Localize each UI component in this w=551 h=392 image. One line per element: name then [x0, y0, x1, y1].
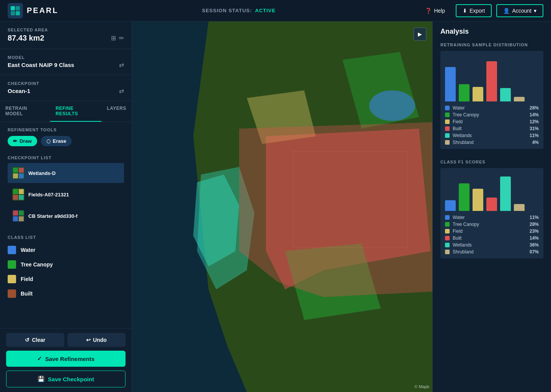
legend-pct-field: 12% [530, 119, 539, 124]
class-item-built[interactable]: Built [8, 286, 124, 301]
map-area[interactable]: ▶ © Mapb [132, 21, 432, 392]
f1-title: CLASS F1 SCORES [440, 160, 543, 164]
checkpoint-label: CHECKPOINT [8, 81, 124, 86]
f1-legend-dot-field [445, 229, 450, 234]
export-icon: ⬇ [463, 8, 467, 14]
f1-legend-pct-shrubland: 07% [530, 249, 539, 255]
retraining-title: RETRAINING SAMPLE DISTRIBUTION [440, 42, 543, 47]
tab-retrain-model[interactable]: RETRAIN MODEL [0, 101, 50, 122]
checkpoint-item-cb-starter[interactable]: CB Starter a9dd330-f [8, 206, 124, 226]
draw-icon: ✏ [13, 138, 17, 144]
legend-label-built: Built [453, 126, 461, 131]
area-bookmark-icon[interactable]: ⊞ [111, 34, 116, 42]
bar-field-f1 [473, 189, 483, 211]
f1-legend-item-wetlands: Wetlands 36% [445, 242, 539, 248]
model-value-row: East Coast NAIP 9 Class ⇄ [8, 61, 124, 69]
checkpoint-list-label: CHECKPOINT LIST [8, 155, 124, 160]
checkpoint-swap-icon[interactable]: ⇄ [119, 87, 124, 95]
legend-label-field: Field [453, 119, 463, 124]
svg-rect-5 [13, 168, 18, 173]
tab-bar: RETRAIN MODEL REFINE RESULTS LAYERS [0, 101, 132, 122]
checkpoint-list-section: CHECKPOINT LIST Wetlands-D [0, 152, 132, 231]
legend-dot-shrubland [445, 140, 450, 145]
retraining-section: RETRAINING SAMPLE DISTRIBUTION [433, 39, 551, 156]
tab-refine-results[interactable]: REFINE RESULTS [50, 101, 101, 122]
draw-button[interactable]: ✏ Draw [8, 136, 37, 146]
save-refinements-button[interactable]: ✓ Save Refinements [6, 351, 126, 367]
chevron-down-icon: ▾ [534, 8, 536, 14]
selected-area-value-row: 87.43 km2 ⊞ ✏ [8, 34, 124, 42]
map-toggle-btn[interactable]: ▶ [414, 28, 426, 41]
checkpoint-value: Ocean-1 [8, 88, 30, 94]
svg-rect-8 [19, 173, 24, 178]
export-button[interactable]: ⬇ Export [456, 4, 492, 17]
selected-area-section: SELECTED AREA 87.43 km2 ⊞ ✏ [0, 21, 132, 49]
legend-dot-built [445, 126, 450, 131]
session-status-area: SESSION STATUS: ACTIVE [202, 8, 276, 13]
bar-tree-retraining [459, 84, 469, 101]
undo-button[interactable]: ↩ Undo [67, 333, 126, 347]
legend-dot-tree [445, 113, 450, 117]
f1-legend-item-tree: Tree Canopy 28% [445, 221, 539, 228]
model-swap-icon[interactable]: ⇄ [119, 61, 124, 69]
bar-tree [459, 84, 469, 101]
f1-legend-item-water: Water 11% [445, 214, 539, 221]
session-label: SESSION STATUS: [202, 8, 252, 13]
f1-legend-pct-water: 11% [530, 215, 539, 220]
f1-legend-dot-tree [445, 222, 450, 227]
clear-button[interactable]: ↺ Clear [6, 333, 64, 347]
class-item-water[interactable]: Water [8, 243, 124, 257]
class-color-water [8, 246, 16, 254]
f1-legend-item-field: Field 23% [445, 228, 539, 235]
f1-section: CLASS F1 SCORES [433, 156, 551, 265]
svg-rect-15 [13, 211, 18, 216]
account-button[interactable]: 👤 Account ▾ [496, 4, 543, 17]
help-icon: ❓ [425, 8, 432, 14]
f1-legend-item-built: Built 14% [445, 235, 539, 242]
left-sidebar: SELECTED AREA 87.43 km2 ⊞ ✏ MODEL East C… [0, 21, 132, 392]
f1-legend-dot-water [445, 215, 450, 220]
class-name-water: Water [21, 247, 35, 253]
f1-legend-label-water: Water [453, 215, 465, 220]
f1-legend-dot-shrubland [445, 250, 450, 254]
help-button[interactable]: ❓ Help [419, 5, 451, 16]
save-checkpoint-button[interactable]: 💾 Save Checkpoint [6, 371, 126, 387]
checkpoint-section: CHECKPOINT Ocean-1 ⇄ [0, 75, 132, 101]
legend-item-water: Water 28% [445, 105, 539, 111]
class-item-field[interactable]: Field [8, 272, 124, 286]
f1-legend-dot-wetlands [445, 243, 450, 247]
f1-legend-item-shrubland: Shrubland 07% [445, 248, 539, 255]
svg-rect-13 [19, 195, 24, 200]
checkpoint-item-wetlands-d[interactable]: Wetlands-D [8, 163, 124, 183]
checkpoint-item-fields[interactable]: Fields-A07-21321 [8, 185, 124, 204]
legend-item-shrubland: Shrubland 4% [445, 139, 539, 146]
bar-built [486, 61, 497, 101]
f1-bars [445, 173, 539, 211]
bar-f1-wetlands [500, 176, 511, 211]
bar-wetlands-f1 [500, 176, 511, 211]
erase-button[interactable]: ◌ Erase [41, 136, 72, 146]
save-icon: 💾 [37, 376, 45, 382]
f1-legend-dot-built [445, 236, 450, 240]
class-item-tree-canopy[interactable]: Tree Canopy [8, 257, 124, 272]
svg-rect-1 [16, 6, 20, 10]
legend-pct-shrubland: 4% [532, 140, 539, 145]
checkpoint-name-0: Wetlands-D [28, 170, 55, 176]
f1-legend-label-built: Built [453, 235, 461, 241]
area-icons: ⊞ ✏ [111, 34, 124, 42]
area-edit-icon[interactable]: ✏ [119, 34, 124, 42]
class-color-built [8, 289, 16, 298]
legend-item-wetlands: Wetlands 11% [445, 132, 539, 139]
f1-legend-label-field: Field [453, 229, 463, 234]
account-icon: 👤 [503, 8, 510, 14]
class-name-built: Built [21, 291, 33, 297]
logo-icon [8, 3, 23, 18]
f1-legend-pct-wetlands: 36% [530, 242, 539, 248]
checkmark-icon: ✓ [37, 355, 42, 362]
tab-layers[interactable]: LAYERS [101, 101, 132, 122]
bar-shrubland-f1 [514, 204, 525, 211]
svg-rect-12 [13, 195, 18, 200]
bar-field [473, 87, 483, 101]
f1-legend: Water 11% Tree Canopy 28% [445, 214, 539, 255]
undo-icon: ↩ [86, 337, 91, 343]
